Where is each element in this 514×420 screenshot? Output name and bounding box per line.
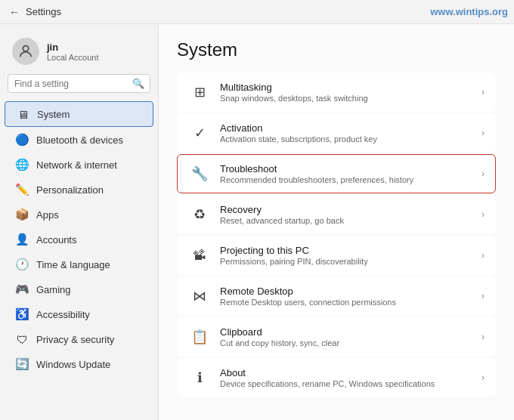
projecting-desc: Permissions, pairing PIN, discoverabilit… [220,257,481,266]
settings-list: ⊞ Multitasking Snap windows, desktops, t… [177,73,496,397]
windows-update-icon: 🔄 [15,357,29,371]
sidebar-item-gaming[interactable]: 🎮 Gaming [5,277,153,301]
sidebar-item-system[interactable]: 🖥 System [5,101,153,127]
apps-icon: 📦 [15,208,29,221]
projecting-text: Projecting to this PC Permissions, pairi… [220,245,481,266]
settings-item-remote-desktop[interactable]: ⋈ Remote Desktop Remote Desktop users, c… [177,276,496,316]
settings-item-multitasking[interactable]: ⊞ Multitasking Snap windows, desktops, t… [177,73,496,112]
system-icon: 🖥 [16,107,29,121]
recovery-text: Recovery Reset, advanced startup, go bac… [220,204,481,225]
sidebar: jin Local Account 🔍 🖥 System 🔵 Bluetooth… [0,24,159,420]
troubleshoot-chevron: › [481,168,485,179]
sidebar-item-accounts[interactable]: 👤 Accounts [5,227,153,252]
multitasking-name: Multitasking [220,82,481,93]
recovery-desc: Reset, advanced startup, go back [220,216,481,225]
accounts-label: Accounts [36,234,76,246]
troubleshoot-icon: 🔧 [188,162,211,185]
sidebar-item-privacy[interactable]: 🛡 Privacy & security [5,327,153,351]
back-button[interactable]: ← [9,6,20,18]
about-chevron: › [481,372,485,383]
network-label: Network & internet [36,159,117,171]
troubleshoot-name: Troubleshoot [220,163,481,174]
user-info: jin Local Account [47,42,99,62]
gaming-icon: 🎮 [15,283,29,296]
activation-text: Activation Activation state, subscriptio… [220,122,481,144]
privacy-icon: 🛡 [15,332,29,346]
activation-icon: ✓ [188,122,211,144]
user-section: jin Local Account [0,32,158,74]
privacy-label: Privacy & security [36,334,114,345]
projecting-name: Projecting to this PC [220,245,481,256]
nav-list: 🖥 System 🔵 Bluetooth & devices 🌐 Network… [0,100,158,377]
bluetooth-label: Bluetooth & devices [36,134,123,146]
multitasking-text: Multitasking Snap windows, desktops, tas… [220,82,481,103]
sidebar-item-apps[interactable]: 📦 Apps [5,202,153,227]
user-type: Local Account [47,53,99,62]
titlebar-title: Settings [26,6,61,17]
sidebar-item-personalization[interactable]: ✏️ Personalization [5,178,153,202]
troubleshoot-text: Troubleshoot Recommended troubleshooters… [220,163,481,184]
time-label: Time & language [36,259,110,270]
accessibility-icon: ♿ [15,307,29,321]
sidebar-item-bluetooth[interactable]: 🔵 Bluetooth & devices [5,128,153,152]
remote-desktop-icon: ⋈ [188,285,211,307]
svg-point-0 [23,46,28,51]
clipboard-icon: 📋 [188,326,211,348]
search-input[interactable] [14,79,128,89]
remote-desktop-text: Remote Desktop Remote Desktop users, con… [220,286,481,307]
settings-item-activation[interactable]: ✓ Activation Activation state, subscript… [177,113,496,153]
recovery-icon: ♻ [188,203,211,226]
personalization-icon: ✏️ [15,183,29,196]
about-name: About [220,367,481,378]
settings-item-about[interactable]: ℹ About Device specifications, rename PC… [177,358,496,397]
activation-name: Activation [220,122,481,134]
sidebar-item-network[interactable]: 🌐 Network & internet [5,153,153,177]
search-box[interactable]: 🔍 [8,74,150,93]
sidebar-item-windows-update[interactable]: 🔄 Windows Update [5,352,153,376]
system-label: System [37,109,70,120]
content-area: System ⊞ Multitasking Snap windows, desk… [159,24,514,420]
projecting-icon: 📽 [188,244,211,267]
multitasking-chevron: › [481,87,485,97]
page-title: System [177,39,496,60]
multitasking-desc: Snap windows, desktops, task switching [220,94,481,103]
user-name: jin [47,42,99,53]
clipboard-name: Clipboard [220,326,481,338]
projecting-chevron: › [481,250,485,261]
clipboard-chevron: › [481,332,485,342]
gaming-label: Gaming [36,284,71,295]
troubleshoot-desc: Recommended troubleshooters, preferences… [220,175,481,184]
network-icon: 🌐 [15,158,29,171]
about-icon: ℹ [188,366,211,389]
sidebar-item-time[interactable]: 🕐 Time & language [5,252,153,276]
about-text: About Device specifications, rename PC, … [220,367,481,388]
activation-chevron: › [481,128,485,138]
bluetooth-icon: 🔵 [15,133,29,147]
accounts-icon: 👤 [15,233,29,246]
windows-update-label: Windows Update [36,359,110,370]
clipboard-desc: Cut and copy history, sync, clear [220,338,481,347]
remote-desktop-name: Remote Desktop [220,286,481,297]
settings-item-recovery[interactable]: ♻ Recovery Reset, advanced startup, go b… [177,195,496,234]
multitasking-icon: ⊞ [188,81,211,103]
recovery-name: Recovery [220,204,481,215]
watermark: www.wintips.org [430,6,508,17]
sidebar-item-accessibility[interactable]: ♿ Accessibility [5,302,153,326]
about-desc: Device specifications, rename PC, Window… [220,379,481,388]
time-icon: 🕐 [15,258,29,271]
accessibility-label: Accessibility [36,309,90,320]
activation-desc: Activation state, subscriptions, product… [220,134,481,144]
personalization-label: Personalization [36,184,104,196]
search-icon: 🔍 [132,78,144,89]
avatar [12,38,39,65]
recovery-chevron: › [481,209,485,220]
remote-desktop-desc: Remote Desktop users, connection permiss… [220,298,481,307]
apps-label: Apps [36,209,59,221]
clipboard-text: Clipboard Cut and copy history, sync, cl… [220,326,481,347]
remote-desktop-chevron: › [481,291,485,301]
settings-item-troubleshoot[interactable]: 🔧 Troubleshoot Recommended troubleshoote… [177,154,496,193]
settings-item-clipboard[interactable]: 📋 Clipboard Cut and copy history, sync, … [177,317,496,357]
app-layout: jin Local Account 🔍 🖥 System 🔵 Bluetooth… [0,24,514,420]
settings-item-projecting[interactable]: 📽 Projecting to this PC Permissions, pai… [177,236,496,275]
